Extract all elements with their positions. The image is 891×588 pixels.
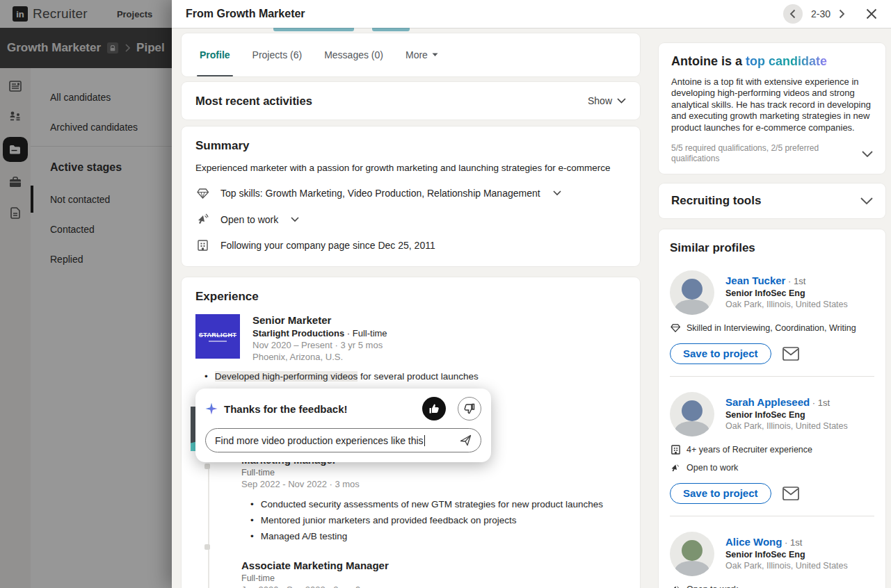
next-candidate-button[interactable] bbox=[839, 9, 845, 19]
connection-degree: · 1st bbox=[812, 398, 830, 408]
profile-insight: Skilled in Interviewing, Coordination, W… bbox=[670, 323, 874, 333]
save-to-project-button[interactable]: Save to project bbox=[670, 483, 771, 504]
role-title: Senior Marketer bbox=[252, 314, 387, 326]
scrolled-button-remnant bbox=[273, 28, 354, 31]
recent-activities-title: Most recent activities bbox=[195, 95, 588, 108]
thumbs-up-icon bbox=[428, 403, 440, 414]
chevron-down-icon bbox=[553, 190, 561, 196]
connection-degree: · 1st bbox=[788, 276, 805, 286]
experience-entry: STARLIGHT Senior Marketer Starlight Prod… bbox=[195, 314, 626, 362]
role-company-line: Starlight Productions · Full-time bbox=[252, 328, 387, 338]
profile-tabs: Profile Projects (6) Messages (0) More bbox=[182, 33, 640, 76]
profile-location: Oak Park, Illinois, United States bbox=[725, 561, 848, 571]
tab-more[interactable]: More bbox=[394, 33, 449, 76]
top-candidate-title: Antoine is a top candidate bbox=[671, 54, 873, 69]
text-cursor bbox=[424, 435, 426, 446]
highlighted-phrase: Developed high-performing videos bbox=[215, 371, 358, 382]
following-text: Following your company page since Dec 25… bbox=[220, 240, 435, 251]
main-column: Profile Projects (6) Messages (0) More M… bbox=[182, 33, 640, 588]
profile-divider bbox=[670, 516, 874, 516]
recent-activities-card: Most recent activities Show bbox=[182, 82, 640, 120]
experience-timeline bbox=[208, 469, 209, 588]
pagination-label: 2-30 bbox=[811, 8, 830, 19]
summary-title: Summary bbox=[195, 139, 626, 153]
panel-body: Profile Projects (6) Messages (0) More M… bbox=[172, 28, 891, 588]
avatar[interactable] bbox=[670, 532, 714, 576]
diamond-icon bbox=[670, 324, 681, 332]
experience-entry: Associate Marketing Manager Full-time Ja… bbox=[241, 560, 626, 588]
chevron-down-icon bbox=[617, 98, 626, 104]
recruiting-tools-title: Recruiting tools bbox=[671, 194, 860, 208]
profile-divider bbox=[670, 376, 874, 377]
company-building-icon bbox=[195, 240, 209, 251]
right-rail: Antoine is a top candidate Antoine is a … bbox=[659, 43, 885, 588]
avatar[interactable] bbox=[670, 270, 714, 315]
starlight-logo: STARLIGHT bbox=[195, 314, 240, 359]
role-bullet: •Managed A/B testing bbox=[241, 528, 626, 544]
panel-title: From Growth Marketer bbox=[186, 8, 783, 20]
close-panel-button[interactable] bbox=[866, 8, 877, 19]
timeline-marker bbox=[204, 544, 210, 550]
previous-candidate-button[interactable] bbox=[783, 4, 803, 24]
scrolled-button-remnant bbox=[372, 28, 410, 31]
save-to-project-button[interactable]: Save to project bbox=[670, 343, 771, 364]
tab-messages[interactable]: Messages (0) bbox=[313, 33, 394, 76]
top-candidate-body: Antoine is a top fit with extensive expe… bbox=[671, 76, 873, 133]
following-row: Following your company page since Dec 25… bbox=[195, 240, 626, 251]
panel-header: From Growth Marketer 2-30 bbox=[172, 0, 891, 28]
role-bullet: • Developed high-performing videos for s… bbox=[195, 371, 626, 382]
role-location: Phoenix, Arizona, U.S. bbox=[252, 352, 387, 362]
background-page: in Recruiter Projects Growth Marketer Pi… bbox=[0, 0, 172, 588]
role-bullets: •Conducted security assessments of new G… bbox=[241, 496, 626, 544]
chevron-down-icon bbox=[860, 197, 873, 204]
profile-name-link[interactable]: Jean Tucker bbox=[725, 275, 785, 286]
role-dates: Sep 2022 - Nov 2022 · 3 mos bbox=[241, 479, 626, 489]
modal-overlay[interactable] bbox=[0, 0, 172, 588]
experience-title: Experience bbox=[195, 290, 626, 304]
expand-qualifications-button[interactable] bbox=[862, 151, 873, 157]
role-dates: Nov 2020 – Present · 3 yr 5 mos bbox=[252, 340, 387, 350]
sparkle-icon bbox=[205, 402, 218, 415]
close-icon bbox=[866, 8, 877, 19]
similar-profiles-title: Similar profiles bbox=[670, 241, 874, 255]
recruiting-tools-card: Recruiting tools bbox=[659, 183, 885, 218]
profile-name-link[interactable]: Alice Wong bbox=[725, 536, 782, 548]
summary-card: Summary Experienced marketer with a pass… bbox=[182, 126, 640, 266]
megaphone-icon bbox=[670, 585, 681, 588]
feedback-input-value: Find more video production experiences l… bbox=[215, 435, 424, 446]
profile-headline: Senior InfoSec Eng bbox=[725, 288, 848, 298]
summary-text: Experienced marketer with a passion for … bbox=[195, 163, 626, 173]
expand-recruiting-tools-button[interactable] bbox=[860, 197, 873, 204]
company-building-icon bbox=[670, 445, 681, 455]
profile-insight: Open to work bbox=[670, 463, 874, 473]
feedback-input[interactable]: Find more video production experiences l… bbox=[205, 428, 481, 452]
avatar[interactable] bbox=[670, 392, 714, 436]
profile-location: Oak Park, Illinois, United States bbox=[725, 300, 848, 309]
role-bullet: •Mentored junior marketers and provided … bbox=[241, 512, 626, 528]
feedback-title: Thanks for the feedback! bbox=[224, 403, 416, 415]
role-title: Associate Marketing Manager bbox=[241, 560, 626, 571]
timeline-marker bbox=[204, 464, 210, 469]
role-dates: Jan 2020 - Sep 2022 · 2 yrs 9 mos bbox=[241, 585, 626, 588]
message-button[interactable] bbox=[782, 487, 799, 500]
profile-name-link[interactable]: Sarah Appleseed bbox=[725, 396, 810, 408]
open-to-work-text: Open to work bbox=[220, 214, 278, 225]
top-skills-text: Top skills: Growth Marketing, Video Prod… bbox=[220, 188, 540, 199]
open-to-work-row[interactable]: Open to work bbox=[195, 213, 626, 225]
show-activities-toggle[interactable]: Show bbox=[588, 95, 626, 106]
send-button[interactable] bbox=[460, 434, 472, 446]
tab-projects[interactable]: Projects (6) bbox=[241, 33, 314, 76]
thumbs-up-button[interactable] bbox=[422, 397, 446, 420]
tab-profile[interactable]: Profile bbox=[188, 33, 241, 76]
profile-insight: 4+ years of Recruiter experience bbox=[670, 445, 874, 455]
ai-feedback-popup: Thanks for the feedback! Find more video… bbox=[195, 389, 491, 462]
profile-headline: Senior InfoSec Eng bbox=[725, 550, 848, 560]
megaphone-icon bbox=[195, 213, 209, 225]
similar-profile: Sarah Appleseed · 1st Senior InfoSec Eng… bbox=[670, 392, 874, 436]
thumbs-down-button[interactable] bbox=[458, 397, 481, 420]
message-button[interactable] bbox=[782, 347, 799, 361]
profile-insight: Open to work bbox=[670, 585, 874, 588]
top-skills-row[interactable]: Top skills: Growth Marketing, Video Prod… bbox=[195, 188, 626, 199]
envelope-icon bbox=[782, 347, 799, 361]
experience-entry: Marketing Manager Full-time Sep 2022 - N… bbox=[241, 454, 626, 544]
